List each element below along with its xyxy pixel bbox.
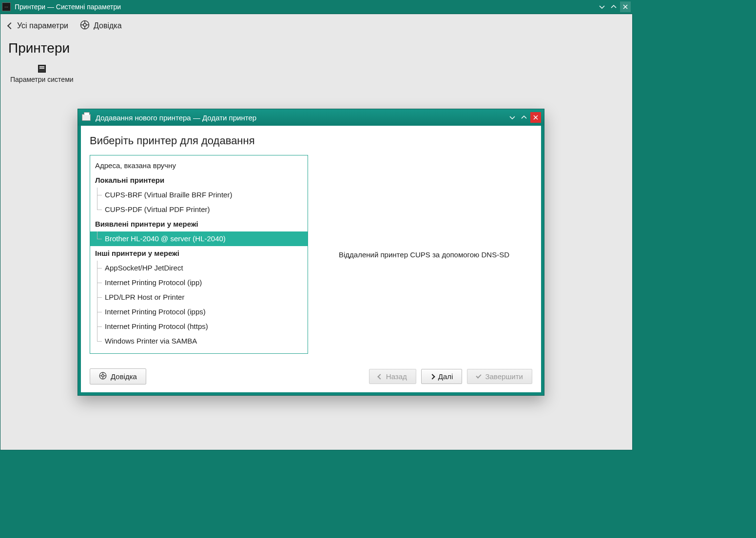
back-label: Усі параметри (17, 21, 68, 30)
help-icon (99, 372, 107, 381)
tree-item-appsocket[interactable]: AppSocket/HP JetDirect (90, 261, 308, 275)
tree-item-ipps[interactable]: Internet Printing Protocol (ipps) (90, 305, 308, 319)
svg-point-7 (102, 375, 104, 377)
close-button[interactable] (620, 1, 631, 12)
chevron-right-icon (429, 374, 435, 379)
check-icon (476, 373, 482, 378)
svg-point-1 (83, 23, 86, 26)
tree-item-cups-pdf[interactable]: CUPS-PDF (Virtual PDF Printer) (90, 202, 308, 217)
dialog-minimize-button[interactable] (507, 112, 518, 123)
finish-button: Завершити (467, 369, 532, 384)
tree-item-manual-address[interactable]: Адреса, вказана вручну (90, 158, 308, 173)
dialog-title: Додавання нового принтера — Додати принт… (96, 114, 256, 122)
dialog-close-button[interactable] (530, 112, 541, 123)
back-all-parameters[interactable]: Усі параметри (8, 21, 68, 30)
dialog-heading: Виберіть принтер для додавання (90, 134, 532, 147)
maximize-button[interactable] (608, 1, 619, 12)
help-label: Довідка (94, 21, 122, 30)
tree-item-cups-brf[interactable]: CUPS-BRF (Virtual Braille BRF Printer) (90, 188, 308, 202)
chevron-left-icon (377, 374, 383, 379)
chevron-left-icon (7, 22, 14, 29)
toolbar: Усі параметри Довідка (0, 14, 632, 34)
dialog-titlebar[interactable]: Додавання нового принтера — Додати принт… (78, 109, 544, 126)
tree-item-https[interactable]: Internet Printing Protocol (https) (90, 319, 308, 334)
detail-text: Віддалений принтер CUPS за допомогою DNS… (339, 250, 509, 259)
finish-button-label: Завершити (485, 372, 523, 381)
tree-category-other[interactable]: Інші принтери у мережі (90, 246, 308, 261)
main-content: Усі параметри Довідка Принтери Параметри… (0, 14, 633, 450)
tree-category-discovered[interactable]: Виявлені принтери у мережі (90, 217, 308, 231)
next-button-label: Далі (438, 372, 453, 381)
main-window-title: Принтери — Системні параметри (15, 3, 121, 11)
printer-tree[interactable]: Адреса, вказана вручну Локальні принтери… (90, 155, 308, 354)
tree-category-local[interactable]: Локальні принтери (90, 173, 308, 188)
minimize-button[interactable] (597, 1, 607, 12)
help-icon (80, 20, 90, 32)
printer-detail-panel: Віддалений принтер CUPS за допомогою DNS… (316, 155, 532, 354)
main-window-titlebar: ⋯ Принтери — Системні параметри (0, 0, 633, 14)
tree-item-samba[interactable]: Windows Printer via SAMBA (90, 334, 308, 348)
printer-icon (82, 114, 91, 121)
tree-item-brother-hl2040[interactable]: Brother HL-2040 @ server (HL-2040) (90, 231, 308, 246)
back-button-label: Назад (386, 372, 407, 381)
app-icon: ⋯ (2, 2, 11, 11)
tree-item-ipp[interactable]: Internet Printing Protocol (ipp) (90, 275, 308, 290)
help-button-label: Довідка (111, 372, 137, 381)
kcm-label: Параметри системи (10, 76, 74, 83)
dialog-footer: Довідка Назад Далі Завершити (81, 362, 541, 392)
next-button[interactable]: Далі (421, 369, 463, 384)
settings-icon (38, 65, 46, 73)
help-button[interactable]: Довідка (90, 368, 146, 384)
kcm-module-icon[interactable]: Параметри системи (0, 61, 83, 87)
dialog-body: Виберіть принтер для додавання Адреса, в… (78, 126, 544, 395)
page-title: Принтери (0, 34, 632, 61)
back-button: Назад (369, 369, 416, 384)
dialog-maximize-button[interactable] (519, 112, 529, 123)
help-button[interactable]: Довідка (80, 20, 122, 32)
add-printer-dialog: Додавання нового принтера — Додати принт… (78, 109, 544, 396)
tree-item-lpd[interactable]: LPD/LPR Host or Printer (90, 290, 308, 305)
